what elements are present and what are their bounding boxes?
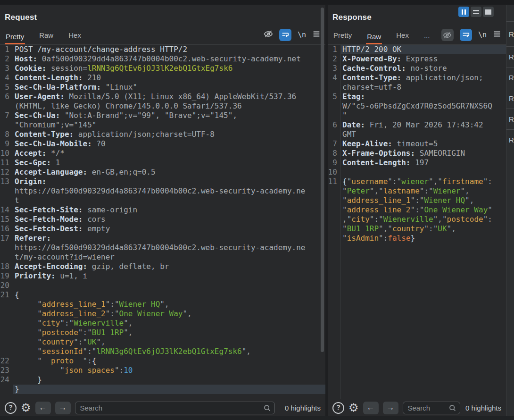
code-line[interactable]: "address_line_1":"Wiener HQ", (0, 300, 325, 309)
code-line[interactable]: 7Sec-Ch-Ua: "Not:A-Brand";v="99", "Brave… (0, 111, 325, 120)
line-number: 10 (0, 149, 13, 158)
inspector-collapsed-tab[interactable]: R (506, 46, 514, 67)
code-line[interactable]: W/"c5-o6PbsdZgCxd7R0zSod5GR7NXS6Q (328, 101, 506, 111)
code-line[interactable]: "address_line_2":"One Wiener Way", (0, 309, 325, 319)
code-line[interactable]: t (0, 196, 325, 205)
columns-layout-button[interactable] (458, 7, 469, 17)
code-line[interactable]: GMT (328, 130, 506, 139)
code-line[interactable]: 20 (0, 281, 325, 290)
hide-nonprintable-icon[interactable] (441, 29, 454, 41)
search-settings-gear-icon[interactable]: ⚙ (21, 402, 31, 413)
request-editor-scrollbar[interactable] (321, 8, 324, 352)
code-line[interactable]: 11Sec-Gpc: 1 (0, 158, 325, 168)
code-line[interactable]: 10Accept: */* (0, 149, 325, 158)
search-previous-button[interactable]: ← (363, 402, 379, 414)
code-line[interactable]: 1HTTP/2 200 OK (328, 45, 506, 54)
code-line[interactable]: 18Accept-Encoding: gzip, deflate, br (0, 262, 325, 271)
code-line[interactable]: 9Sec-Ch-Ua-Mobile: ?0 (0, 139, 325, 149)
newline-toggle-button[interactable]: \n (298, 31, 306, 39)
code-line[interactable]: 16Sec-Fetch-Dest: empty (0, 224, 325, 234)
inspector-collapsed-strip[interactable]: RRRRRR (506, 5, 514, 416)
code-line[interactable]: "Peter","lastname":"Wiener", (328, 186, 506, 196)
code-line[interactable]: 3Cookie: session=lRNN3g6QtEv6jOJ3lK2ebQ1… (0, 64, 325, 73)
code-line[interactable]: "BU1 1RP","country":"UK", (328, 224, 506, 234)
inspector-collapsed-tab[interactable]: R (506, 129, 514, 150)
code-line[interactable]: 6User-Agent: Mozilla/5.0 (X11; Linux x86… (0, 92, 325, 101)
code-line[interactable]: 15Sec-Fetch-Mode: cors (0, 215, 325, 224)
code-line[interactable]: "address_line_1":"Wiener HQ", (328, 196, 506, 205)
code-line[interactable]: "sessionId":"lRNN3g6QtEv6jOJ3lK2ebQ1GtxE… (0, 347, 325, 356)
code-line[interactable]: } (0, 385, 325, 394)
tab-hex[interactable]: Hex (395, 31, 410, 44)
code-line[interactable]: 2X-Powered-By: Express (328, 54, 506, 64)
code-line[interactable]: 22 "__proto__":{ (0, 356, 325, 366)
code-line[interactable]: 12Accept-Language: en-GB,en;q=0.5 (0, 168, 325, 177)
code-line[interactable]: 5Etag: (328, 92, 506, 101)
search-next-button[interactable]: → (55, 402, 71, 414)
request-search-input[interactable] (75, 402, 275, 414)
rows-layout-button[interactable] (471, 7, 481, 17)
code-line[interactable]: 4Content-Length: 210 (0, 73, 325, 83)
search-previous-button[interactable]: ← (35, 402, 51, 414)
code-line[interactable]: 10 (328, 168, 506, 177)
inspector-collapsed-tab[interactable]: R (506, 21, 514, 46)
code-line[interactable]: 14Sec-Fetch-Site: same-origin (0, 205, 325, 215)
response-editor[interactable]: 1HTTP/2 200 OK2X-Powered-By: Express3Cac… (328, 45, 506, 399)
code-line[interactable]: 24 } (0, 375, 325, 385)
search-settings-gear-icon[interactable]: ⚙ (348, 402, 359, 413)
tab-pretty[interactable]: Pretty (5, 33, 25, 44)
code-line[interactable]: 21{ (0, 290, 325, 300)
code-line[interactable]: 8Content-Type: application/json;charset=… (0, 130, 325, 139)
tab-raw[interactable]: Raw (38, 31, 54, 44)
code-line[interactable]: 4Content-Type: application/json; (328, 73, 506, 83)
code-line[interactable]: "city":"Wienerville", (0, 319, 325, 328)
request-search-bar: ⚙ ← → 0 highlights (0, 399, 325, 416)
tab-hex[interactable]: Hex (67, 31, 82, 44)
code-line[interactable]: 17Referer: (0, 234, 325, 243)
newline-toggle-button[interactable]: \n (478, 31, 487, 39)
tab-raw[interactable]: Raw (366, 33, 382, 44)
code-line[interactable]: ,"city":"Wienerville","postcode": (328, 215, 506, 224)
tab-more[interactable]: ... (423, 31, 431, 44)
hide-nonprintable-icon[interactable] (264, 29, 273, 41)
search-help-icon[interactable] (332, 402, 344, 414)
code-line[interactable]: 3Cache-Control: no-store (328, 64, 506, 73)
inspector-collapsed-tab[interactable]: R (506, 109, 514, 129)
code-line[interactable]: 19Priority: u=1, i (0, 271, 325, 281)
code-line[interactable]: "postcode":"BU1 1RP", (0, 328, 325, 337)
code-line[interactable]: "isAdmin":false} (328, 234, 506, 243)
line-number: 7 (328, 139, 340, 149)
tab-pretty[interactable]: Pretty (332, 31, 353, 44)
code-line[interactable]: 7Keep-Alive: timeout=5 (328, 139, 506, 149)
inspector-collapsed-tab[interactable]: R (506, 88, 514, 109)
inspector-collapsed-tab[interactable]: R (506, 67, 514, 88)
line-number: 3 (0, 64, 13, 73)
code-line[interactable]: 6Date: Fri, 20 Mar 2026 17:43:42 (328, 120, 506, 130)
code-line[interactable]: https://0af500d90329dd4a863747b0004b00c2… (0, 186, 325, 196)
editor-menu-button[interactable] (493, 30, 501, 40)
search-next-button[interactable]: → (383, 402, 398, 414)
word-wrap-button[interactable] (279, 29, 291, 41)
code-line[interactable]: " (328, 111, 506, 120)
editor-menu-button[interactable] (312, 30, 321, 40)
code-line[interactable]: 11{"username":"wiener","firstname": (328, 177, 506, 186)
code-line[interactable]: 23 "json spaces":10 (0, 366, 325, 375)
code-line[interactable]: (KHTML, like Gecko) Chrome/145.0.0.0 Saf… (0, 101, 325, 111)
code-line[interactable]: 13Origin: (0, 177, 325, 186)
code-line[interactable]: 2Host: 0af500d90329dd4a863747b0004b00c2.… (0, 54, 325, 64)
code-line[interactable]: 8X-Frame-Options: SAMEORIGIN (328, 149, 506, 158)
code-line[interactable]: charset=utf-8 (328, 83, 506, 92)
code-line[interactable]: 5Sec-Ch-Ua-Platform: "Linux" (0, 83, 325, 92)
word-wrap-button[interactable] (460, 29, 472, 41)
code-line[interactable]: "address_line_2":"One Wiener Way" (328, 205, 506, 215)
code-line[interactable]: https://0af500d90329dd4a863747b0004b00c2… (0, 243, 325, 252)
code-line[interactable]: "Chromium";v="145" (0, 120, 325, 130)
code-line[interactable]: t/my-account?id=wiener (0, 252, 325, 262)
line-number: 1 (328, 45, 340, 54)
single-view-layout-button[interactable] (483, 7, 494, 17)
code-line[interactable]: 1POST /my-account/change-address HTTP/2 (0, 45, 325, 54)
search-help-icon[interactable] (5, 402, 17, 414)
code-line[interactable]: 9Content-Length: 197 (328, 158, 506, 168)
request-editor[interactable]: 1POST /my-account/change-address HTTP/22… (0, 45, 325, 399)
code-line[interactable]: "country":"UK", (0, 337, 325, 347)
